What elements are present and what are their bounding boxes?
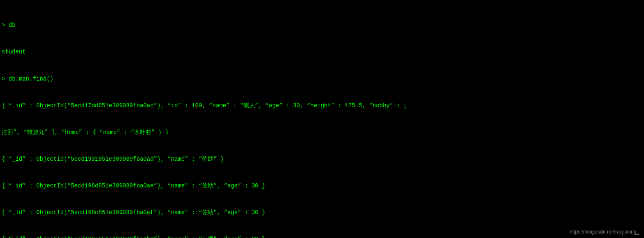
line-9: { “_id” : ObjectId(“5ecd198c851e309089fb…	[2, 235, 642, 238]
line-8: { “_id” : ObjectId(“5ecd198c851e309089fb…	[2, 208, 642, 217]
line-4: { “_id” : ObjectId(“5ecd17dd851e309089fb…	[2, 102, 642, 111]
terminal: > db student > db.man.find() { “_id” : O…	[0, 0, 644, 238]
line-2: student	[2, 48, 642, 57]
line-7: { “_id” : ObjectId(“5ecd196d851e309089fb…	[2, 182, 642, 191]
line-6: { “_id” : ObjectId(“5ecd1931851e309089fb…	[2, 155, 642, 164]
line-5: 拉面”, “蟺旋丸” ], “home” : { “name” : “木叶村” …	[2, 128, 642, 137]
line-1: > db	[2, 21, 642, 30]
line-3: > db.man.find()	[2, 75, 642, 84]
watermark: https://blog.csdn.net/raojiaxing_	[570, 229, 639, 235]
